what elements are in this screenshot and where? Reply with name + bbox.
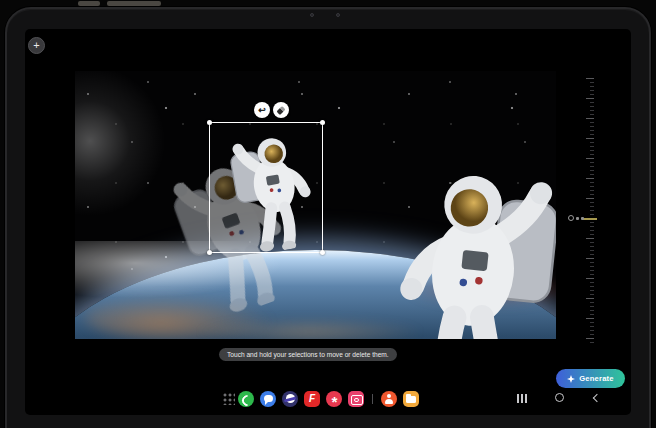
taskbar-app-internet[interactable]	[282, 391, 298, 407]
undo-icon: ↩	[258, 106, 266, 115]
selection-handle-tl[interactable]	[207, 120, 212, 125]
nav-home-button[interactable]	[555, 393, 564, 402]
add-button[interactable]: +	[28, 37, 45, 54]
ruler-indicator-badge	[568, 214, 584, 222]
astronaut-large[interactable]	[387, 129, 556, 339]
taskbar-app-camera[interactable]	[348, 391, 364, 407]
indicator-circle-icon	[568, 215, 574, 221]
taskbar-app-my-files[interactable]	[403, 391, 419, 407]
toast-message: Touch and hold your selections to move o…	[219, 348, 397, 361]
eraser-button[interactable]	[273, 102, 289, 118]
screenshot-stage: +	[0, 0, 656, 428]
generate-label: Generate	[579, 374, 614, 383]
sparkle-icon	[567, 375, 575, 383]
plus-icon: +	[33, 39, 39, 51]
penup-icon	[326, 391, 342, 407]
power-button[interactable]	[78, 1, 100, 6]
taskbar-app-messages[interactable]	[260, 391, 276, 407]
ambient-sensor	[336, 13, 340, 17]
taskbar-app-penup[interactable]	[326, 391, 342, 407]
selection-box[interactable]	[209, 122, 323, 253]
eraser-icon	[276, 105, 285, 114]
volume-rocker[interactable]	[107, 1, 161, 6]
camera-icon	[348, 391, 364, 407]
adjustment-ruler[interactable]	[585, 78, 595, 346]
indicator-dot-icon	[581, 217, 584, 220]
flipboard-icon	[304, 391, 320, 407]
app-drawer-icon[interactable]	[222, 392, 235, 405]
selection-handle-bl[interactable]	[207, 250, 212, 255]
ruler-indicator-line[interactable]	[582, 218, 597, 220]
taskbar-app-contacts[interactable]	[381, 391, 397, 407]
undo-button[interactable]: ↩	[254, 102, 270, 118]
internet-icon	[282, 391, 298, 407]
front-camera	[310, 13, 314, 17]
phone-icon	[238, 391, 254, 407]
generate-button[interactable]: Generate	[556, 369, 625, 388]
messages-icon	[260, 391, 276, 407]
cloud-band	[195, 317, 425, 339]
taskbar-app-phone[interactable]	[238, 391, 254, 407]
indicator-dot-icon	[576, 217, 579, 220]
nav-recents-button[interactable]	[517, 394, 528, 403]
selection-handle-tr[interactable]	[320, 120, 325, 125]
taskbar-divider	[372, 394, 373, 404]
contacts-icon	[381, 391, 397, 407]
taskbar-app-flipboard[interactable]	[304, 391, 320, 407]
my-files-icon	[403, 391, 419, 407]
taskbar-apps	[238, 390, 419, 407]
ruler-major-ticks	[586, 78, 594, 346]
selection-handle-br[interactable]	[320, 250, 325, 255]
